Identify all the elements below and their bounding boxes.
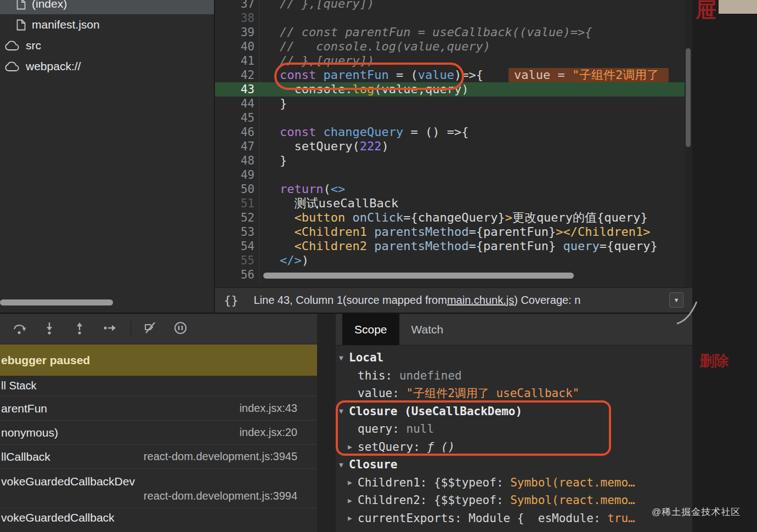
code-line[interactable]: 45 [215, 111, 692, 125]
code-line[interactable]: 41// },[query]) [215, 54, 692, 68]
file-icon [16, 0, 26, 10]
code-line[interactable]: 37// },[query]) [215, 0, 692, 11]
code-token: log [352, 82, 374, 96]
code-token: console. [280, 82, 352, 96]
pause-on-exceptions-button[interactable] [170, 318, 191, 340]
call-stack-frame[interactable]: llCallbackreact-dom.development.js:3945 [0, 445, 317, 469]
collapsed-arrow-icon[interactable]: ▶ [348, 514, 358, 522]
line-number: 46 [215, 125, 255, 139]
code-line[interactable]: 47 setQuery(222) [215, 139, 692, 154]
source-mapped-prefix: (source mapped from [343, 294, 447, 307]
tab-scope[interactable]: Scope [342, 314, 399, 345]
code-text: } [259, 97, 692, 111]
scope-row[interactable]: ▶setQuery: ƒ () [336, 438, 692, 456]
expanded-arrow-icon[interactable]: ▼ [339, 354, 349, 362]
file-tree-horizontal-scrollbar[interactable] [0, 299, 113, 305]
source-editor[interactable]: 37// },[query])3839// const parentFun = … [215, 0, 692, 287]
tab-watch[interactable]: Watch [399, 314, 456, 345]
scope-tab-bar: ScopeWatch [336, 314, 692, 346]
line-number: 41 [215, 54, 255, 68]
scope-row[interactable]: query: null [336, 420, 692, 438]
hint-label: value = [514, 68, 572, 82]
collapsed-arrow-icon[interactable]: ▶ [348, 496, 358, 505]
code-text: console.log(value,query) [259, 82, 692, 97]
code-line[interactable]: 48} [215, 154, 692, 168]
source-map-link[interactable]: main.chunk.js [447, 294, 514, 307]
call-stack-frame[interactable]: vokeGuardedCallback [0, 508, 317, 532]
frame-location: index.jsx:20 [239, 426, 297, 439]
code-line[interactable]: 55</>) [215, 253, 692, 268]
file-tree-item-label: (index) [32, 0, 67, 10]
code-token: setQuery( [280, 139, 360, 153]
code-line[interactable]: 52 <button onClick={changeQuery}>更改query… [215, 211, 692, 225]
step-into-button[interactable] [38, 318, 60, 340]
code-line[interactable]: 39// const parentFun = useCallback((valu… [215, 25, 692, 39]
code-line[interactable]: 44} [215, 97, 692, 111]
prop-name: Children2 [358, 494, 420, 507]
expanded-arrow-icon[interactable]: ▼ [339, 407, 349, 415]
code-line[interactable]: 38 [215, 11, 692, 25]
line-number: 43 [215, 82, 255, 97]
editor-vertical-scrollbar[interactable] [685, 0, 692, 287]
code-line[interactable]: 51 测试useCallBack [215, 196, 692, 211]
frame-title: nonymous) [1, 426, 58, 439]
code-line[interactable]: 49 [215, 168, 692, 182]
call-stack-header-label: ll Stack [1, 380, 36, 392]
step-out-button[interactable] [69, 318, 91, 340]
code-token: 更改query的值{query} [512, 211, 648, 224]
scope-row[interactable]: ▶Children1: {$$typeof: Symbol(react.memo… [336, 474, 692, 492]
call-stack-frame[interactable]: vokeGuardedCallbackDevreact-dom.developm… [0, 469, 317, 508]
line-number: 39 [215, 25, 255, 39]
line-number: 47 [215, 139, 255, 154]
scope-row[interactable]: ▶Children2: {$$typeof: Symbol(react.memo… [336, 491, 692, 510]
scope-row[interactable]: ▼Closure (UseCallBackDemo) [336, 403, 692, 421]
frame-title: arentFun [1, 402, 47, 415]
call-stack-header[interactable]: ll Stack [0, 376, 317, 397]
code-token: 222 [360, 139, 382, 153]
call-stack-frame[interactable]: arentFunindex.jsx:43 [0, 397, 317, 421]
prop-colon: : [455, 512, 468, 525]
code-line[interactable]: 46const changeQuery = () =>{ [215, 125, 692, 139]
expanded-arrow-icon[interactable]: ▼ [339, 461, 349, 469]
code-token: <> [331, 182, 346, 196]
code-token [280, 239, 295, 253]
code-text [259, 11, 692, 25]
file-tree-item-index[interactable]: (index) [0, 0, 214, 14]
decorative-curve [675, 298, 700, 326]
code-line[interactable]: 54 <Children2 parentsMethod={parentFun} … [215, 239, 692, 253]
code-token: // const parentFun = useCallback((value)… [280, 25, 592, 39]
step-into-icon [42, 321, 57, 335]
scope-row[interactable]: this: undefined [336, 367, 692, 385]
code-line[interactable]: 53 <Children1 parentsMethod={parentFun}>… [215, 225, 692, 239]
code-token: value [418, 68, 454, 82]
call-stack-frame[interactable]: nonymous)index.jsx:20 [0, 421, 317, 445]
editor-vertical-scrollbar-thumb[interactable] [686, 48, 691, 147]
deactivate-breakpoints-button[interactable] [139, 318, 161, 340]
code-line[interactable]: 50return(<> [215, 182, 692, 196]
code-line[interactable]: 40// console.log(value,query) [215, 39, 692, 54]
step-over-button[interactable] [8, 318, 30, 340]
pause-on-exceptions-icon [173, 321, 188, 335]
file-navigator-panel: (index)manifest.jsonsrcwebpack:// [0, 0, 214, 314]
watermark-label: @稀土掘金技术社区 [652, 506, 741, 518]
file-tree-item-manifestjson[interactable]: manifest.json [0, 14, 214, 35]
page-delete-heading: 删除 [699, 351, 729, 371]
editor-horizontal-scrollbar-thumb[interactable] [263, 273, 574, 279]
step-button[interactable] [99, 318, 121, 340]
code-line[interactable]: 43 console.log(value,query) [215, 82, 692, 97]
scope-row[interactable]: ▼Local [336, 349, 692, 367]
pretty-print-button[interactable]: {} [224, 293, 239, 307]
panel-divider-vertical [317, 314, 336, 532]
collapsed-arrow-icon[interactable]: ▶ [348, 443, 358, 451]
scope-row[interactable]: ▶currentExports: Module { esModule: tru… [336, 510, 692, 528]
cursor-position-label: Line 43, Column 1 [254, 294, 343, 307]
file-tree-item-src[interactable]: src [0, 35, 214, 56]
debugger-paused-label: ebugger paused [1, 354, 90, 367]
code-line[interactable]: 42const parentFun = (value)=>{value = "子… [215, 68, 692, 82]
code-token: <button [295, 211, 346, 224]
call-stack-frames: arentFunindex.jsx:43nonymous)index.jsx:2… [0, 397, 317, 532]
collapsed-arrow-icon[interactable]: ▶ [348, 478, 358, 486]
file-tree-item-webpack[interactable]: webpack:// [0, 56, 214, 77]
scope-row[interactable]: ▼Closure [336, 456, 692, 474]
scope-row[interactable]: value: "子组件2调用了 useCallback" [336, 384, 692, 403]
